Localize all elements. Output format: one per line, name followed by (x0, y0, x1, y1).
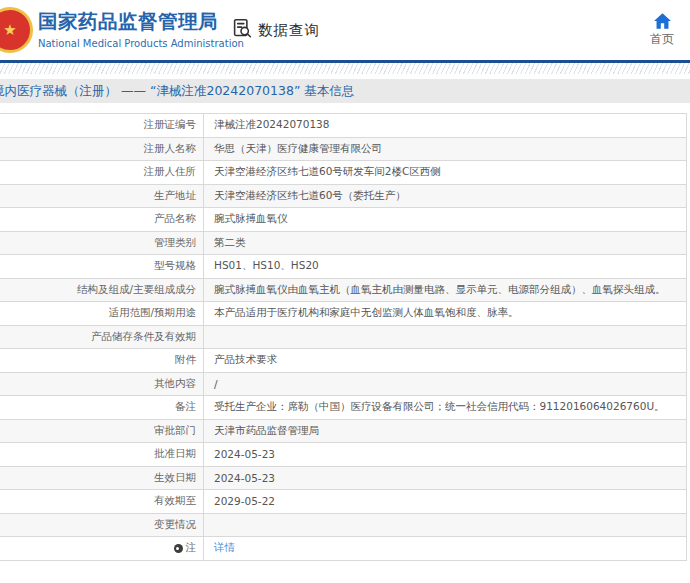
row-label: 产品名称 (0, 208, 204, 231)
row-label: 批准日期 (0, 443, 204, 466)
table-row: 适用范围/预期用途本产品适用于医疗机构和家庭中无创监测人体血氧饱和度、脉率。 (0, 302, 686, 326)
row-value: 本产品适用于医疗机构和家庭中无创监测人体血氧饱和度、脉率。 (204, 302, 686, 325)
row-value-text: 2029-05-22 (214, 495, 275, 507)
row-label-text: 结构及组成/主要组成成分 (77, 283, 196, 297)
table-row: 批准日期2024-05-23 (0, 443, 686, 467)
row-label-text: 有效期至 (154, 494, 196, 508)
row-label: 生产地址 (0, 185, 204, 208)
table-row: 审批部门天津市药品监督管理局 (0, 420, 686, 444)
row-value: 第二类 (204, 232, 686, 255)
site-subtitle: National Medical Products Administration (38, 38, 244, 49)
table-row: 产品名称腕式脉搏血氧仪 (0, 208, 686, 232)
table-row: 注详情 (0, 537, 686, 561)
row-label: 结构及组成/主要组成成分 (0, 279, 204, 302)
row-label-text: 注 (186, 541, 197, 555)
row-label-text: 审批部门 (154, 424, 196, 438)
row-value-text: 天津空港经济区纬七道60号（委托生产） (214, 189, 406, 203)
site-logo: 国家药品监督管理局 National Medical Products Admi… (38, 8, 244, 49)
row-value-text: 腕式脉搏血氧仪 (214, 212, 288, 226)
row-label: 管理类别 (0, 232, 204, 255)
table-row: 生产地址天津空港经济区纬七道60号（委托生产） (0, 185, 686, 209)
home-label: 首页 (635, 31, 689, 48)
table-row: 注册证编号津械注准20242070138 (0, 114, 686, 138)
row-label-text: 注册人住所 (144, 165, 197, 179)
row-label: 生效日期 (0, 467, 204, 490)
row-value: 腕式脉搏血氧仪 (204, 208, 686, 231)
row-label-text: 注册人名称 (144, 142, 197, 156)
row-label-text: 产品名称 (154, 212, 196, 226)
row-label-text: 变更情况 (154, 518, 196, 532)
row-label-text: 产品储存条件及有效期 (91, 330, 196, 344)
row-label: 注 (0, 537, 204, 560)
row-value: 产品技术要求 (204, 349, 686, 372)
row-value: 华思（天津）医疗健康管理有限公司 (204, 138, 686, 161)
table-row: 注册人名称华思（天津）医疗健康管理有限公司 (0, 138, 686, 162)
row-value-text: 受托生产企业：席勒（中国）医疗设备有限公司；统一社会信用代码：911201606… (214, 400, 665, 414)
table-row: 注册人住所天津空港经济区纬七道60号研发车间2楼C区西侧 (0, 161, 686, 185)
row-value-text: / (214, 378, 218, 390)
row-label-text: 注册证编号 (144, 118, 197, 132)
page-title-bar: 境内医疗器械（注册） —— “津械注准20242070138” 基本信息 (0, 79, 690, 103)
row-value: 天津市药品监督管理局 (204, 420, 686, 443)
home-button[interactable]: 首页 (635, 13, 689, 48)
row-value-text: 津械注准20242070138 (214, 118, 330, 132)
row-label: 审批部门 (0, 420, 204, 443)
row-label-text: 其他内容 (154, 377, 196, 391)
national-emblem-icon: ★ (0, 7, 33, 53)
note-icon (174, 544, 183, 553)
row-value: 腕式脉搏血氧仪由血氧主机（血氧主机由测量电路、显示单元、电源部分组成）、血氧探头… (204, 279, 686, 302)
row-value: 津械注准20242070138 (204, 114, 686, 137)
row-value: HS01、HS10、HS20 (204, 255, 686, 278)
row-label: 备注 (0, 396, 204, 419)
row-value (204, 514, 686, 537)
emblem-star-icon: ★ (3, 23, 16, 38)
hatch-band (0, 63, 690, 74)
row-label: 注册证编号 (0, 114, 204, 137)
row-value: 受托生产企业：席勒（中国）医疗设备有限公司；统一社会信用代码：911201606… (204, 396, 686, 419)
document-search-icon (232, 17, 253, 43)
row-label: 注册人住所 (0, 161, 204, 184)
row-label: 注册人名称 (0, 138, 204, 161)
row-label: 适用范围/预期用途 (0, 302, 204, 325)
row-label: 变更情况 (0, 514, 204, 537)
table-row: 变更情况 (0, 514, 686, 538)
table-row: 附件产品技术要求 (0, 349, 686, 373)
row-value-text: 天津空港经济区纬七道60号研发车间2楼C区西侧 (214, 165, 441, 179)
table-row: 其他内容/ (0, 373, 686, 397)
row-value-text: 腕式脉搏血氧仪由血氧主机（血氧主机由测量电路、显示单元、电源部分组成）、血氧探头… (214, 283, 666, 297)
row-value: 2024-05-23 (204, 467, 686, 490)
row-label-text: 附件 (175, 353, 196, 367)
table-row: 备注受托生产企业：席勒（中国）医疗设备有限公司；统一社会信用代码：9112016… (0, 396, 686, 420)
row-value-text: 天津市药品监督管理局 (214, 424, 319, 438)
row-value: / (204, 373, 686, 396)
row-label: 产品储存条件及有效期 (0, 326, 204, 349)
info-table: 注册证编号津械注准20242070138注册人名称华思（天津）医疗健康管理有限公… (0, 113, 687, 561)
row-value-text: 2024-05-23 (214, 472, 275, 484)
row-value-text: HS01、HS10、HS20 (214, 259, 319, 273)
table-row: 管理类别第二类 (0, 232, 686, 256)
row-value-text: 产品技术要求 (214, 353, 277, 367)
row-label-text: 批准日期 (154, 447, 196, 461)
row-label-text: 生效日期 (154, 471, 196, 485)
row-value: 2024-05-23 (204, 443, 686, 466)
row-value: 详情 (204, 537, 686, 560)
row-value-text: 2024-05-23 (214, 448, 275, 460)
table-row: 型号规格HS01、HS10、HS20 (0, 255, 686, 279)
table-row: 有效期至2029-05-22 (0, 490, 686, 514)
page-title: 境内医疗器械（注册） —— “津械注准20242070138” 基本信息 (0, 83, 354, 100)
row-value: 2029-05-22 (204, 490, 686, 513)
row-label-text: 生产地址 (154, 189, 196, 203)
row-value-text: 本产品适用于医疗机构和家庭中无创监测人体血氧饱和度、脉率。 (214, 306, 519, 320)
site-title: 国家药品监督管理局 (38, 8, 244, 35)
row-value (204, 326, 686, 349)
row-label-text: 适用范围/预期用途 (108, 306, 196, 320)
row-label-text: 管理类别 (154, 236, 196, 250)
data-query-nav[interactable]: 数据查询 (232, 17, 320, 43)
row-value-text: 华思（天津）医疗健康管理有限公司 (214, 142, 382, 156)
row-label-text: 备注 (175, 400, 196, 414)
row-label: 附件 (0, 349, 204, 372)
row-label: 其他内容 (0, 373, 204, 396)
header: ★ 国家药品监督管理局 National Medical Products Ad… (0, 0, 690, 60)
details-link[interactable]: 详情 (214, 541, 235, 555)
row-value-text: 第二类 (214, 236, 246, 250)
